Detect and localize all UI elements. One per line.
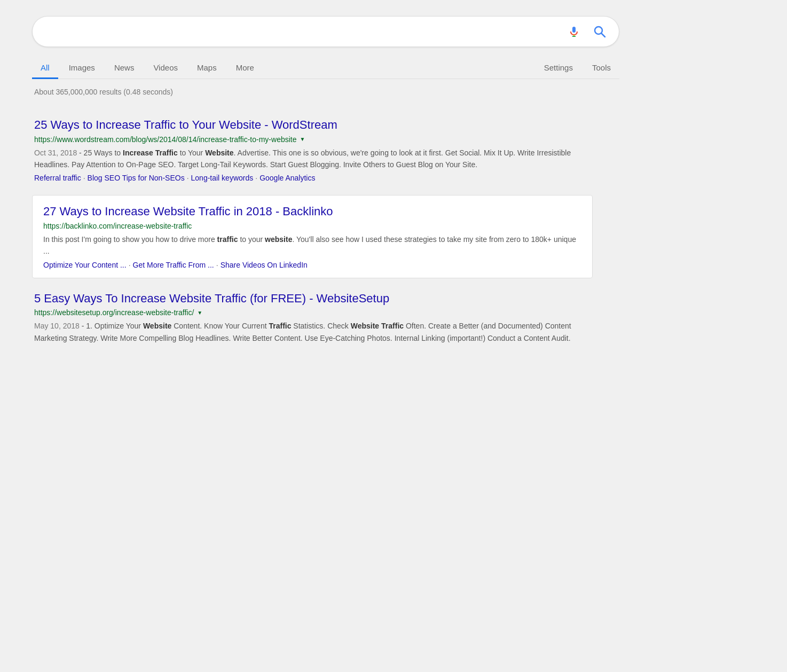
- tab-images[interactable]: Images: [60, 58, 104, 79]
- result-snippet: May 10, 2018 - 1. Optimize Your Website …: [34, 320, 591, 344]
- link-separator: ·: [255, 174, 257, 182]
- result-url-line: https://websitesetup.org/increase-websit…: [34, 308, 591, 317]
- result-sitelinks: Optimize Your Content ... · Get More Tra…: [43, 261, 581, 269]
- result-url[interactable]: https://websitesetup.org/increase-websit…: [34, 308, 194, 317]
- tab-news[interactable]: News: [106, 58, 143, 79]
- result-sitelink[interactable]: Get More Traffic From ...: [133, 261, 214, 269]
- result-url[interactable]: https://backlinko.com/increase-website-t…: [43, 222, 192, 230]
- result-date: May 10, 2018: [34, 322, 80, 330]
- results-count: About 365,000,000 results (0.48 seconds): [34, 88, 755, 96]
- nav-left: All Images News Videos Maps More: [32, 58, 536, 79]
- result-sitelink[interactable]: Optimize Your Content ...: [43, 261, 127, 269]
- result-sitelink[interactable]: Share Videos On LinkedIn: [221, 261, 308, 269]
- result-snippet: In this post I'm going to show you how t…: [43, 233, 581, 257]
- result-url[interactable]: https://www.wordstream.com/blog/ws/2014/…: [34, 135, 297, 144]
- result-sitelink[interactable]: Blog SEO Tips for Non-SEOs: [88, 174, 185, 182]
- tab-more[interactable]: More: [227, 58, 263, 79]
- result-sitelink[interactable]: Referral traffic: [34, 174, 81, 182]
- search-result: 5 Easy Ways To Increase Website Traffic …: [32, 283, 593, 356]
- result-dropdown-arrow[interactable]: ▼: [197, 310, 202, 316]
- result-title[interactable]: 25 Ways to Increase Traffic to Your Webs…: [34, 118, 591, 133]
- result-url-line: https://www.wordstream.com/blog/ws/2014/…: [34, 135, 591, 144]
- search-result: 27 Ways to Increase Website Traffic in 2…: [32, 195, 593, 278]
- result-sitelink[interactable]: Long-tail keywords: [191, 174, 254, 182]
- svg-rect-1: [572, 27, 576, 33]
- tab-tools[interactable]: Tools: [584, 58, 619, 79]
- link-separator: ·: [187, 174, 189, 182]
- link-separator: ·: [83, 174, 85, 182]
- tab-all[interactable]: All: [32, 58, 58, 79]
- result-sitelink[interactable]: Google Analytics: [259, 174, 315, 182]
- result-sitelinks: Referral traffic · Blog SEO Tips for Non…: [34, 174, 591, 182]
- search-input[interactable]: increase website traffic: [43, 26, 565, 38]
- search-button[interactable]: [591, 23, 608, 40]
- tab-settings[interactable]: Settings: [536, 58, 581, 79]
- search-bar: increase website traffic: [32, 16, 619, 47]
- link-separator: ·: [216, 261, 218, 269]
- result-date: Oct 31, 2018: [34, 149, 77, 157]
- tab-videos[interactable]: Videos: [145, 58, 186, 79]
- result-title[interactable]: 27 Ways to Increase Website Traffic in 2…: [43, 204, 581, 220]
- svg-line-5: [602, 34, 605, 37]
- search-result: 25 Ways to Increase Traffic to Your Webs…: [32, 109, 593, 191]
- result-dropdown-arrow[interactable]: ▼: [300, 136, 305, 142]
- result-title[interactable]: 5 Easy Ways To Increase Website Traffic …: [34, 291, 591, 307]
- link-separator: ·: [129, 261, 131, 269]
- nav-right: Settings Tools: [536, 58, 619, 79]
- voice-search-icon[interactable]: [565, 23, 583, 40]
- result-snippet: Oct 31, 2018 - 25 Ways to Increase Traff…: [34, 147, 591, 171]
- result-url-line: https://backlinko.com/increase-website-t…: [43, 222, 581, 230]
- tab-maps[interactable]: Maps: [188, 58, 225, 79]
- search-nav-tabs: All Images News Videos Maps More Setting…: [32, 58, 619, 79]
